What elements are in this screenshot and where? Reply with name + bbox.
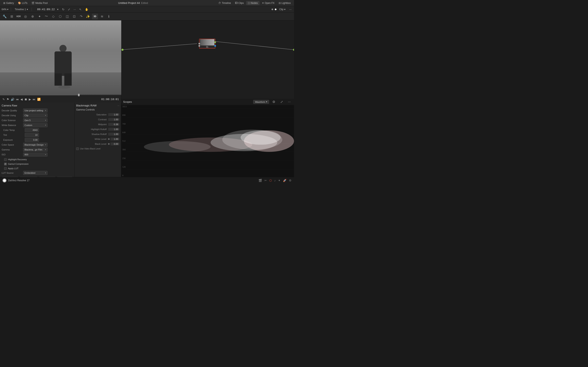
midpoint-input[interactable]: 0.38 <box>108 123 120 126</box>
param-row-color-temp: Color Temp 4943 <box>2 128 73 132</box>
play-icon[interactable]: ▶ <box>29 98 31 101</box>
stop-icon[interactable]: ⏹ <box>24 98 27 101</box>
stool <box>58 86 70 89</box>
skip-back-icon[interactable]: ⏮ <box>16 98 19 101</box>
tint-input[interactable]: 10 <box>25 133 39 137</box>
video-scrubber[interactable] <box>0 95 121 95</box>
media-pool-label: Media Pool <box>35 2 48 4</box>
black-level-dot[interactable] <box>108 143 110 145</box>
color-tool-magic[interactable]: ✨ <box>85 14 91 19</box>
hand-icon[interactable]: ✋ <box>84 7 89 11</box>
skip-forward-icon[interactable]: ⏭ <box>33 98 35 101</box>
scope-expand-icon[interactable]: ⤢ <box>278 99 285 105</box>
color-tool-key[interactable]: ◫ <box>64 14 70 19</box>
color-tool-window[interactable]: ⊡ <box>71 14 77 19</box>
gamut-compression-checkbox[interactable]: ✓ <box>4 163 7 165</box>
contrast-input[interactable]: 1.00 <box>108 118 120 121</box>
more-btn[interactable]: ··· <box>288 7 292 11</box>
color-tool-motionblur[interactable]: ⬡ <box>57 14 63 19</box>
white-level-dot[interactable] <box>108 138 110 140</box>
menu-nodes[interactable]: ⬡ Nodes <box>246 1 259 5</box>
braw-more-icon[interactable]: ··· <box>117 104 120 107</box>
timecode-display[interactable]: 09:41:09:22 ▾ <box>34 7 60 11</box>
video-frame <box>0 20 121 95</box>
apply-lut-checkbox[interactable] <box>4 167 7 170</box>
scope-settings-icon[interactable]: ⚙ <box>271 99 277 105</box>
black-level-input[interactable]: 0.00 <box>111 142 120 145</box>
param-row-color-space: Color Space Blackmagic Design ▾ <box>2 142 73 147</box>
chevron-down-icon-7: ▾ <box>45 154 46 156</box>
color-space-dropdown[interactable]: Blackmagic Design ▾ <box>23 143 48 147</box>
video-preview <box>0 20 121 95</box>
highlight-recovery-checkbox[interactable] <box>4 158 7 161</box>
white-level-input[interactable]: 1.00 <box>111 138 120 141</box>
gc-row-saturation: Saturation 1.00 <box>76 112 120 117</box>
fusion-icon[interactable]: ✦ <box>278 179 281 182</box>
settings-icon[interactable]: ⚙ <box>289 179 292 182</box>
prev-frame-icon[interactable]: ◀ <box>20 98 23 101</box>
highlight-rolloff-input[interactable]: 1.00 <box>108 128 120 131</box>
decode-quality-dropdown[interactable]: Use project setting ▾ <box>23 108 48 113</box>
app-name: DaVinci Resolve 17 <box>8 179 30 182</box>
color-tool-wheels[interactable]: ⊕ <box>29 14 35 19</box>
chevron-down-icon-5: ▾ <box>45 144 46 146</box>
color-tool-reset[interactable]: 🔧 <box>2 14 8 19</box>
scope-more-icon[interactable]: ··· <box>286 99 292 105</box>
scrubber-handle[interactable] <box>78 94 80 96</box>
color-science-dropdown[interactable]: Gen 5 ▾ <box>23 118 48 122</box>
menu-gallery[interactable]: ⊞ Gallery <box>2 1 16 5</box>
zoom-control[interactable]: 64% ▾ <box>2 8 8 11</box>
use-video-black-level-checkbox[interactable] <box>76 147 79 150</box>
gamma-dropdown[interactable]: Blackma...gn Film ▾ <box>23 148 48 152</box>
clip-mode-label: Clip <box>279 8 284 11</box>
iso-dropdown[interactable]: 800 ▾ <box>23 152 48 157</box>
color-icon[interactable]: ⬡ <box>269 179 272 182</box>
color-tool-waveform[interactable]: ≋ <box>99 14 105 19</box>
menu-clips[interactable]: 🎞 Clips <box>233 1 245 5</box>
loop-icon[interactable]: 🔁 <box>37 98 41 101</box>
shadow-rolloff-input[interactable]: 1.00 <box>108 133 120 136</box>
cut-icon[interactable]: ✂ <box>264 179 267 182</box>
more-options-icon[interactable]: ··· <box>73 7 77 11</box>
saturation-input[interactable]: 1.00 <box>108 113 120 116</box>
clip-mode-btn[interactable]: Clip ▾ <box>278 8 287 11</box>
exposure-input[interactable]: 0.00 <box>25 138 39 142</box>
menu-media-pool[interactable]: 🎬 Media Pool <box>30 1 49 5</box>
color-tool-curves[interactable]: 〜 <box>43 14 49 19</box>
color-tool-curve[interactable]: ◎ <box>22 14 29 19</box>
white-balance-dropdown[interactable]: Custom ▾ <box>23 123 48 127</box>
volume-icon[interactable]: 🔊 <box>11 98 14 101</box>
menu-lightbox[interactable]: ⊟ Lightbox <box>277 1 292 5</box>
menu-timeline[interactable]: ⏱ Timeline <box>217 1 233 5</box>
color-temp-input[interactable]: 4943 <box>25 128 39 132</box>
color-tool-info[interactable]: ℹ <box>106 14 112 19</box>
fairlight-icon[interactable]: ♪ <box>274 179 276 182</box>
color-tool-tracker[interactable]: ↷ <box>78 14 84 19</box>
color-temp-label: Color Temp <box>3 129 25 131</box>
menu-open-fx[interactable]: ✦ Open FX <box>260 1 276 5</box>
flag-icon[interactable]: ⚑ <box>7 98 9 101</box>
media-icon[interactable]: 🎬 <box>259 179 262 182</box>
timeline-label-btn[interactable]: Timeline 1 ▾ <box>13 8 29 11</box>
color-tool-grid[interactable]: ⊞ <box>9 14 15 19</box>
pencil-icon[interactable]: ✎ <box>2 98 5 101</box>
refresh-icon[interactable]: ↻ <box>61 7 65 11</box>
gc-row-black-level: Black Level 0.00 <box>76 142 120 146</box>
content-area: ✎ ⚑ 🔊 ⏮ ◀ ⏹ ▶ ⏭ 🔁 01:00:10:01 Camera Raw <box>0 20 294 177</box>
decode-using-dropdown[interactable]: Clip ▾ <box>23 113 48 117</box>
checkbox-row-gamut-compression: ✓ Gamut Compression <box>2 162 73 166</box>
param-row-iso: ISO 800 ▾ <box>2 152 73 157</box>
color-tool-3d[interactable]: 3D <box>92 14 98 19</box>
color-tool-hue[interactable]: ◇ <box>50 14 56 19</box>
transform-icon[interactable]: ⤢ <box>67 7 71 11</box>
color-tool-bars[interactable]: ✦ <box>36 14 43 19</box>
deliver-icon[interactable]: 🚀 <box>283 179 286 182</box>
lut-source-dropdown[interactable]: Embedded ▾ <box>23 171 48 175</box>
waveform-type-btn[interactable]: Waveform ▾ <box>253 100 269 104</box>
gc-row-white-level: White Level 1.00 <box>76 137 120 141</box>
node-01[interactable]: 01 <box>199 39 215 49</box>
menu-luts[interactable]: 🎨 LUTs <box>16 1 29 5</box>
gamma-controls: Gamma Controls Saturation 1.00 Contrast … <box>76 108 120 150</box>
cursor-icon[interactable]: ↖ <box>78 7 82 11</box>
color-tool-hdr[interactable]: HDR <box>16 14 22 19</box>
